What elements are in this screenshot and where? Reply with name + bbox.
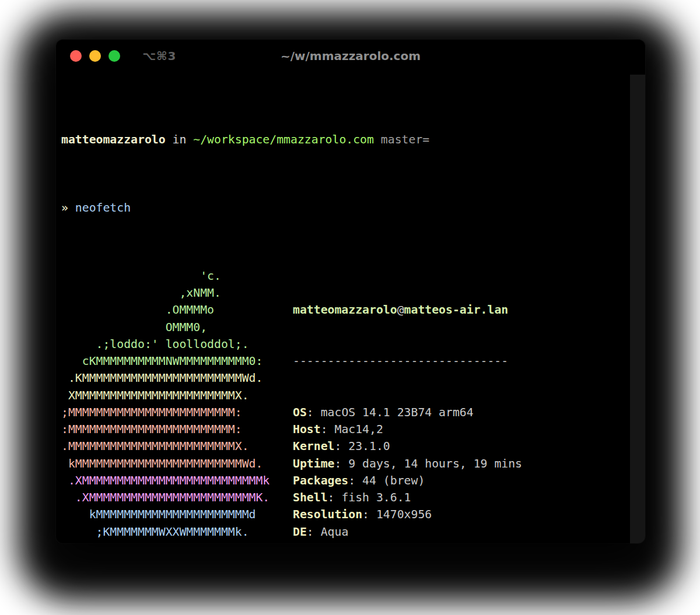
neofetch-title-user: matteomazzarolo (293, 303, 397, 317)
ascii-art-line: .OMMMMo (61, 301, 293, 318)
info-colon: : (362, 508, 376, 521)
info-label: Resolution (293, 508, 362, 521)
info-value: Mac14,2 (334, 423, 383, 436)
info-colon: : (307, 406, 321, 419)
info-colon: : (328, 491, 342, 504)
neofetch-title-host: matteos-air.lan (404, 303, 509, 317)
neofetch-info-row: Packages: 44 (brew) (293, 472, 522, 489)
info-value: 1470x956 (376, 508, 432, 521)
info-value: 9 days, 14 hours, 19 mins (348, 457, 522, 470)
ascii-art-line: .KMMMMMMMMMMMMMMMMMMMMMMMWd. (61, 370, 293, 386)
neofetch-info-row: Host: Mac14,2 (293, 421, 522, 438)
neofetch-output: 'c. ,xNMM. .OMMMMo OMMM0, .;loddo:' lool… (61, 268, 630, 543)
neofetch-separator: ------------------------------- (293, 353, 522, 370)
info-value: Quartz Compositor (321, 542, 439, 543)
info-value: fish 3.6.1 (341, 491, 411, 504)
ascii-art-line: ;MMMMMMMMMMMMMMMMMMMMMMMM: (61, 404, 293, 421)
info-label: Kernel (293, 440, 334, 453)
scrollbar[interactable] (630, 75, 645, 543)
info-colon: : (334, 440, 348, 453)
neofetch-title: matteomazzarolo@matteos-air.lan (293, 301, 522, 318)
info-colon: : (334, 457, 348, 470)
ascii-art-line: cKMMMMMMMMMMNWMMMMMMMMMM0: (61, 353, 293, 370)
info-colon: : (348, 474, 362, 487)
neofetch-info-row: WM: Quartz Compositor (293, 540, 522, 543)
info-colon: : (307, 525, 321, 539)
terminal-window: ⌥⌘3 ~/w/mmazzarolo.com matteomazzarolo i… (56, 40, 645, 543)
command-text: neofetch (75, 201, 131, 215)
prompt-git-branch: master= (374, 133, 429, 146)
terminal-content[interactable]: matteomazzarolo in ~/workspace/mmazzarol… (61, 72, 630, 543)
info-value: macOS 14.1 23B74 arm64 (321, 406, 474, 419)
ascii-art-line: :MMMMMMMMMMMMMMMMMMMMMMMM: (61, 421, 293, 438)
ascii-art-line: .MMMMMMMMMMMMMMMMMMMMMMMMX. (61, 438, 293, 455)
neofetch-info-row: OS: macOS 14.1 23B74 arm64 (293, 404, 522, 421)
info-label: Shell (293, 491, 328, 504)
info-colon: : (307, 542, 321, 543)
window-title: ~/w/mmazzarolo.com (56, 49, 645, 63)
neofetch-info-row: Resolution: 1470x956 (293, 506, 522, 523)
info-value: 23.1.0 (348, 440, 390, 453)
info-value: Aqua (321, 525, 349, 539)
ascii-art-line: kMMMMMMMMMMMMMMMMMMMMMMMMWd. (61, 455, 293, 472)
titlebar[interactable]: ⌥⌘3 ~/w/mmazzarolo.com (56, 40, 645, 72)
info-label: OS (293, 406, 307, 419)
ascii-art-line: kMMMMMMMMMMMMMMMMMMMMMMd (61, 506, 293, 523)
ascii-art-line: .cooc,. .,coo:. (61, 540, 293, 543)
ascii-art-line: XMMMMMMMMMMMMMMMMMMMMMMMX. (61, 387, 293, 404)
ascii-art-line: .XMMMMMMMMMMMMMMMMMMMMMMMMMMk (61, 472, 293, 489)
info-value: 44 (brew) (362, 474, 425, 487)
ascii-art-line: ;KMMMMMMMWXXWMMMMMMMk. (61, 523, 293, 540)
prompt-path: ~/workspace/mmazzarolo.com (193, 133, 374, 146)
info-label: Packages (293, 474, 348, 487)
ascii-art-logo: 'c. ,xNMM. .OMMMMo OMMM0, .;loddo:' lool… (61, 268, 293, 543)
command-line: » neofetch (61, 199, 630, 216)
neofetch-info-column: matteomazzarolo@matteos-air.lan --------… (293, 268, 522, 543)
neofetch-info-row: Kernel: 23.1.0 (293, 438, 522, 455)
info-label: Host (293, 423, 321, 436)
neofetch-title-at: @ (397, 303, 404, 317)
prompt-symbol: » (61, 201, 75, 215)
ascii-art-line: ,xNMM. (61, 284, 293, 301)
neofetch-info-row: DE: Aqua (293, 523, 522, 540)
ascii-art-line: 'c. (61, 268, 293, 284)
info-label: WM (293, 542, 307, 543)
prompt-user: matteomazzarolo (61, 133, 166, 146)
shell-prompt-line: matteomazzarolo in ~/workspace/mmazzarol… (61, 131, 630, 148)
neofetch-info-row: Uptime: 9 days, 14 hours, 19 mins (293, 455, 522, 472)
ascii-art-line: .;loddo:' loolloddol;. (61, 336, 293, 353)
info-colon: : (321, 423, 335, 436)
prompt-in-word: in (166, 133, 194, 146)
info-label: Uptime (293, 457, 334, 470)
ascii-art-line: OMMM0, (61, 319, 293, 336)
neofetch-info-row: Shell: fish 3.6.1 (293, 489, 522, 506)
info-label: DE (293, 525, 307, 539)
ascii-art-line: .XMMMMMMMMMMMMMMMMMMMMMMMMK. (61, 489, 293, 506)
